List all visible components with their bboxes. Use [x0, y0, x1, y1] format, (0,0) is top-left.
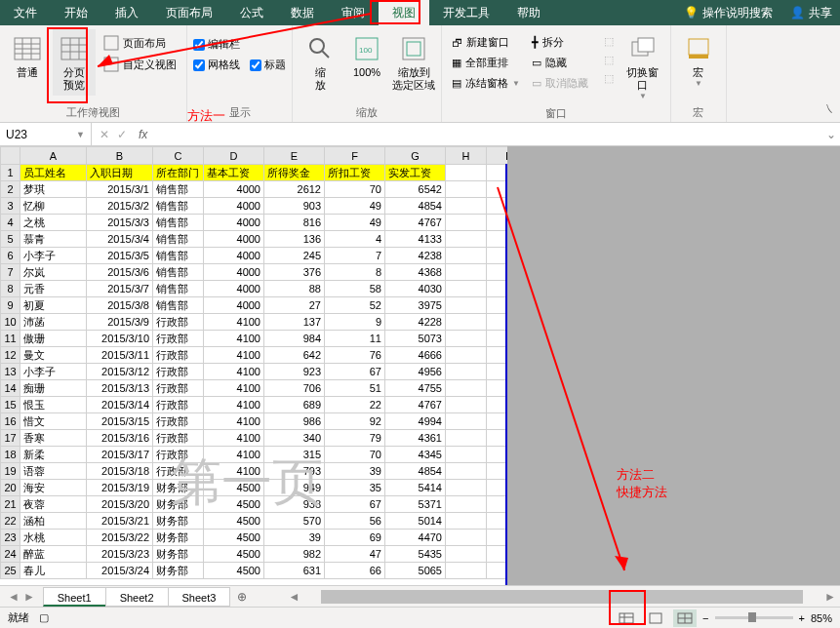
- cell[interactable]: 7: [325, 248, 385, 264]
- name-box-input[interactable]: [6, 128, 64, 141]
- cell[interactable]: 56: [325, 513, 385, 530]
- cell[interactable]: 340: [264, 430, 325, 447]
- row-header[interactable]: 3: [1, 198, 20, 215]
- cell[interactable]: 67: [325, 496, 385, 513]
- cell[interactable]: 2015/3/3: [87, 215, 153, 231]
- row-header[interactable]: 15: [1, 397, 20, 413]
- cell[interactable]: 570: [264, 513, 325, 530]
- cell[interactable]: 4238: [385, 248, 446, 264]
- cell[interactable]: 27: [264, 297, 325, 314]
- cell[interactable]: 2015/3/16: [87, 430, 153, 447]
- cell[interactable]: [446, 231, 487, 248]
- zoom-100-button[interactable]: 100 100%: [345, 29, 388, 83]
- name-box[interactable]: ▼: [0, 123, 92, 145]
- enter-icon[interactable]: ✓: [117, 128, 127, 141]
- cell[interactable]: 816: [264, 215, 325, 231]
- cell[interactable]: 923: [264, 364, 325, 380]
- cell[interactable]: [446, 281, 487, 297]
- cell[interactable]: [446, 463, 487, 480]
- cell[interactable]: 642: [264, 347, 325, 364]
- cell[interactable]: 5065: [385, 563, 446, 579]
- cell[interactable]: 49: [325, 215, 385, 231]
- cell[interactable]: 2015/3/18: [87, 463, 153, 480]
- cell[interactable]: [446, 314, 487, 331]
- formula-bar-checkbox[interactable]: 编辑栏: [193, 37, 286, 52]
- cell[interactable]: 初夏: [20, 297, 87, 314]
- menu-插入[interactable]: 插入: [101, 0, 152, 25]
- row-header[interactable]: 2: [1, 181, 20, 198]
- cell[interactable]: 376: [264, 264, 325, 281]
- cell[interactable]: 5435: [385, 546, 446, 563]
- cell[interactable]: 4854: [385, 463, 446, 480]
- row-header[interactable]: 11: [1, 331, 20, 347]
- cell[interactable]: 3975: [385, 297, 446, 314]
- freeze-panes-button[interactable]: ▤冻结窗格 ▼: [448, 74, 524, 93]
- cell[interactable]: 2015/3/21: [87, 513, 153, 530]
- cell[interactable]: 4100: [204, 314, 264, 331]
- col-header-F[interactable]: F: [325, 147, 385, 165]
- select-all-corner[interactable]: [1, 147, 20, 165]
- row-header[interactable]: 20: [1, 480, 20, 496]
- cell[interactable]: 4666: [385, 347, 446, 364]
- menu-公式[interactable]: 公式: [226, 0, 277, 25]
- cell[interactable]: 11: [325, 331, 385, 347]
- cell[interactable]: 慕青: [20, 231, 87, 248]
- cell[interactable]: 财务部: [153, 480, 204, 496]
- zoom-slider[interactable]: [715, 616, 793, 619]
- formula-input[interactable]: [151, 123, 822, 145]
- cell[interactable]: 8: [325, 264, 385, 281]
- cell[interactable]: 4500: [204, 513, 264, 530]
- cell[interactable]: 5014: [385, 513, 446, 530]
- cell[interactable]: 2015/3/19: [87, 480, 153, 496]
- cell[interactable]: 4100: [204, 430, 264, 447]
- menu-帮助[interactable]: 帮助: [503, 0, 554, 25]
- cell[interactable]: 新柔: [20, 447, 87, 463]
- row-header[interactable]: 23: [1, 530, 20, 546]
- cell[interactable]: [446, 513, 487, 530]
- cell[interactable]: 47: [325, 546, 385, 563]
- normal-view-status-button[interactable]: [615, 609, 638, 627]
- switch-windows-button[interactable]: 切换窗口 ▼: [621, 29, 664, 104]
- cell[interactable]: 销售部: [153, 264, 204, 281]
- cell[interactable]: 4000: [204, 297, 264, 314]
- cell[interactable]: 938: [264, 496, 325, 513]
- cell[interactable]: 2015/3/5: [87, 248, 153, 264]
- cell[interactable]: 所得奖金: [264, 165, 325, 181]
- col-header-H[interactable]: H: [446, 147, 487, 165]
- cell[interactable]: 4767: [385, 215, 446, 231]
- cell[interactable]: 706: [264, 380, 325, 397]
- cell[interactable]: 4500: [204, 530, 264, 546]
- cell[interactable]: 79: [325, 430, 385, 447]
- cell[interactable]: [446, 480, 487, 496]
- row-header[interactable]: 1: [1, 165, 20, 181]
- cell[interactable]: 4000: [204, 231, 264, 248]
- cell[interactable]: 9: [325, 314, 385, 331]
- cell[interactable]: 实发工资: [385, 165, 446, 181]
- horizontal-scrollbar[interactable]: [321, 590, 803, 604]
- row-header[interactable]: 24: [1, 546, 20, 563]
- cell[interactable]: 行政部: [153, 447, 204, 463]
- cell[interactable]: [446, 297, 487, 314]
- macros-button[interactable]: 宏 ▼: [677, 29, 720, 92]
- cell[interactable]: 689: [264, 397, 325, 413]
- cell[interactable]: 4767: [385, 397, 446, 413]
- expand-formula-button[interactable]: ⌄: [822, 128, 840, 141]
- cell[interactable]: 小李子: [20, 364, 87, 380]
- scroll-left-button[interactable]: ◄: [284, 590, 303, 604]
- cell[interactable]: 4: [325, 231, 385, 248]
- cell[interactable]: 52: [325, 297, 385, 314]
- zoom-level[interactable]: 85%: [811, 612, 832, 624]
- view-side-button[interactable]: ⬚: [600, 33, 618, 50]
- tab-scroll-left-button[interactable]: ◄: [8, 590, 20, 604]
- cell[interactable]: 销售部: [153, 215, 204, 231]
- cell[interactable]: 所扣工资: [325, 165, 385, 181]
- zoom-in-button[interactable]: +: [799, 612, 805, 624]
- cell[interactable]: 4500: [204, 546, 264, 563]
- cell[interactable]: 2015/3/6: [87, 264, 153, 281]
- cell[interactable]: 惜文: [20, 413, 87, 430]
- row-header[interactable]: 13: [1, 364, 20, 380]
- cell[interactable]: 4000: [204, 264, 264, 281]
- cell[interactable]: 137: [264, 314, 325, 331]
- cell[interactable]: 4000: [204, 281, 264, 297]
- cell[interactable]: 245: [264, 248, 325, 264]
